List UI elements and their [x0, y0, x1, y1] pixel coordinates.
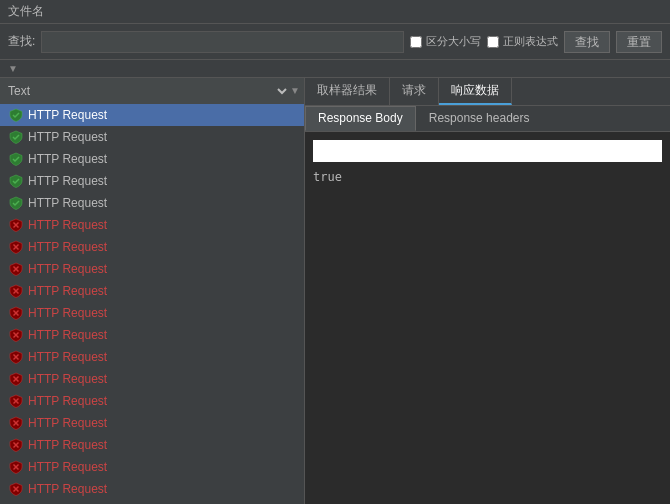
list-item[interactable]: HTTP Request	[0, 258, 304, 280]
list-item[interactable]: HTTP Request	[0, 346, 304, 368]
response-content: true	[305, 132, 670, 504]
error-icon	[8, 327, 24, 343]
item-label: HTTP Request	[28, 218, 107, 232]
filter-select[interactable]: Text CSS JS Image Media Font Doc WebSock…	[4, 83, 290, 99]
case-sensitive-group: 区分大小写	[410, 34, 481, 49]
reset-button[interactable]: 重置	[616, 31, 662, 53]
case-sensitive-label: 区分大小写	[426, 34, 481, 49]
search-button[interactable]: 查找	[564, 31, 610, 53]
case-sensitive-checkbox[interactable]	[410, 36, 422, 48]
item-label: HTTP Request	[28, 306, 107, 320]
success-icon	[8, 173, 24, 189]
tab-response-headers[interactable]: Response headers	[416, 106, 543, 131]
cn-tab-2[interactable]: 响应数据	[439, 78, 512, 105]
item-label: HTTP Request	[28, 394, 107, 408]
item-label: HTTP Request	[28, 108, 107, 122]
list-item[interactable]: HTTP Request	[0, 236, 304, 258]
list-item[interactable]: HTTP Request	[0, 214, 304, 236]
list-item[interactable]: HTTP Request	[0, 478, 304, 500]
list-item[interactable]: HTTP Request	[0, 500, 304, 504]
response-url-bar	[313, 140, 662, 162]
list-item[interactable]: HTTP Request	[0, 412, 304, 434]
item-label: HTTP Request	[28, 416, 107, 430]
list-item[interactable]: HTTP Request	[0, 456, 304, 478]
list-item[interactable]: HTTP Request	[0, 126, 304, 148]
regex-label: 正则表达式	[503, 34, 558, 49]
item-label: HTTP Request	[28, 130, 107, 144]
success-icon	[8, 195, 24, 211]
list-item[interactable]: HTTP Request	[0, 104, 304, 126]
cn-tab-1[interactable]: 请求	[390, 78, 439, 105]
success-icon	[8, 129, 24, 145]
top-bar-label: 文件名	[8, 3, 44, 20]
item-label: HTTP Request	[28, 482, 107, 496]
main-content: Text CSS JS Image Media Font Doc WebSock…	[0, 78, 670, 504]
right-panel: 取样器结果请求响应数据 Response Body Response heade…	[305, 78, 670, 504]
request-list[interactable]: HTTP Request HTTP Request HTTP Request H…	[0, 104, 304, 504]
cn-tabs: 取样器结果请求响应数据	[305, 78, 670, 106]
list-item[interactable]: HTTP Request	[0, 368, 304, 390]
error-icon	[8, 459, 24, 475]
success-icon	[8, 151, 24, 167]
search-bar: 查找: 区分大小写 正则表达式 查找 重置	[0, 24, 670, 60]
filter-select-wrapper[interactable]: Text CSS JS Image Media Font Doc WebSock…	[0, 78, 304, 104]
error-icon	[8, 305, 24, 321]
list-item[interactable]: HTTP Request	[0, 280, 304, 302]
search-label: 查找:	[8, 33, 35, 50]
item-label: HTTP Request	[28, 438, 107, 452]
top-bar: 文件名	[0, 0, 670, 24]
right-tabs: Response Body Response headers	[305, 106, 670, 132]
item-label: HTTP Request	[28, 174, 107, 188]
left-panel: Text CSS JS Image Media Font Doc WebSock…	[0, 78, 305, 504]
error-icon	[8, 481, 24, 497]
error-icon	[8, 437, 24, 453]
item-label: HTTP Request	[28, 328, 107, 342]
list-item[interactable]: HTTP Request	[0, 434, 304, 456]
error-icon	[8, 283, 24, 299]
error-icon	[8, 371, 24, 387]
item-label: HTTP Request	[28, 196, 107, 210]
error-icon	[8, 239, 24, 255]
expand-arrow-icon: ▼	[8, 63, 18, 74]
list-item[interactable]: HTTP Request	[0, 302, 304, 324]
item-label: HTTP Request	[28, 152, 107, 166]
error-icon	[8, 393, 24, 409]
filter-dropdown-arrow-icon: ▼	[290, 85, 300, 96]
item-label: HTTP Request	[28, 372, 107, 386]
cn-tab-0[interactable]: 取样器结果	[305, 78, 390, 105]
list-item[interactable]: HTTP Request	[0, 170, 304, 192]
error-icon	[8, 415, 24, 431]
list-item[interactable]: HTTP Request	[0, 192, 304, 214]
search-input[interactable]	[41, 31, 404, 53]
item-label: HTTP Request	[28, 460, 107, 474]
item-label: HTTP Request	[28, 240, 107, 254]
response-body-text: true	[313, 170, 662, 184]
item-label: HTTP Request	[28, 262, 107, 276]
error-icon	[8, 261, 24, 277]
tab-response-body[interactable]: Response Body	[305, 106, 416, 131]
error-icon	[8, 217, 24, 233]
regex-checkbox[interactable]	[487, 36, 499, 48]
expand-row: ▼	[0, 60, 670, 78]
item-label: HTTP Request	[28, 350, 107, 364]
list-item[interactable]: HTTP Request	[0, 324, 304, 346]
error-icon	[8, 349, 24, 365]
item-label: HTTP Request	[28, 284, 107, 298]
list-item[interactable]: HTTP Request	[0, 390, 304, 412]
list-item[interactable]: HTTP Request	[0, 148, 304, 170]
filter-row: Text CSS JS Image Media Font Doc WebSock…	[0, 78, 304, 104]
regex-group: 正则表达式	[487, 34, 558, 49]
success-icon	[8, 107, 24, 123]
